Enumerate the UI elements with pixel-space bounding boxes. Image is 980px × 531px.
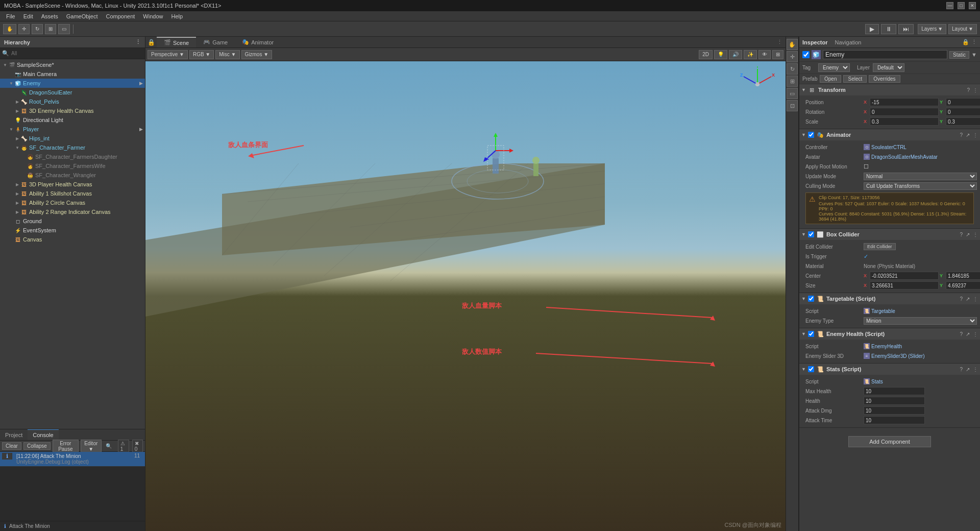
prefab-select-btn[interactable]: Select [843, 75, 867, 83]
gizmo-move-btn[interactable]: ✛ [787, 51, 798, 62]
menu-edit[interactable]: Edit [19, 11, 37, 21]
minimize-btn[interactable]: — [946, 2, 953, 9]
attack-dmg-input[interactable] [864, 406, 925, 415]
console-row-0[interactable]: ℹ [11:22:06] Attack The Minion UnityEngi… [0, 452, 145, 467]
attack-time-input[interactable] [864, 416, 925, 424]
inspector-menu-btn[interactable]: ⋮ [971, 39, 977, 45]
gizmo-combo-btn[interactable]: ⊡ [787, 100, 798, 111]
menu-component[interactable]: Component [102, 11, 139, 21]
targetable-menu-btn[interactable]: ⋮ [973, 296, 978, 302]
hierarchy-item-sffarmer[interactable]: ▼ 👨 SF_Character_Farmer [0, 143, 145, 152]
stats-enable-check[interactable] [808, 366, 814, 372]
size-y-input[interactable] [946, 281, 980, 289]
enemyhealth-help-btn[interactable]: ? [960, 331, 963, 337]
tag-select[interactable]: Enemy [818, 63, 850, 72]
scene-perspective-btn[interactable]: Perspective ▼ [148, 50, 188, 59]
rot-y-input[interactable] [946, 108, 980, 116]
prefab-overrides-btn[interactable]: Overrides [869, 75, 900, 83]
hierarchy-item-eventsystem[interactable]: ▶ ⚡ EventSystem [0, 226, 145, 235]
layers-dropdown[interactable]: Layers ▼ [918, 24, 946, 34]
layout-dropdown[interactable]: Layout ▼ [948, 24, 977, 34]
hierarchy-item-sffarmersdaughter[interactable]: ▶ 👧 SF_Character_FarmersDaughter [0, 152, 145, 161]
enemy-type-select[interactable]: Minion Boss Elite [864, 317, 977, 325]
hierarchy-item-ground[interactable]: ▶ ◻ Ground [0, 216, 145, 226]
pos-y-input[interactable] [946, 98, 980, 106]
tab-scene[interactable]: 🎬 Scene [157, 37, 196, 47]
max-health-input[interactable] [864, 387, 925, 395]
scene-light-btn[interactable]: 💡 [714, 50, 727, 59]
step-btn[interactable]: ⏭ [898, 24, 914, 34]
animator-ext-btn[interactable]: ↗ [966, 132, 970, 138]
edit-collider-btn[interactable]: Edit Collider [864, 243, 896, 250]
gizmo-scale-btn[interactable]: ⊞ [787, 76, 798, 87]
menu-gameobject[interactable]: GameObject [62, 11, 102, 21]
hierarchy-item-player[interactable]: ▼ 🧍 Player ▶ [0, 125, 145, 134]
hierarchy-search-input[interactable] [9, 51, 143, 56]
hierarchy-item-sfwrangler[interactable]: ▶ 🤠 SF_Character_Wrangler [0, 171, 145, 180]
transform-menu-btn[interactable]: ⋮ [973, 87, 978, 93]
scene-audio-btn[interactable]: 🔊 [729, 50, 742, 59]
boxcollider-enable-check[interactable] [808, 231, 814, 237]
targetable-ext-btn[interactable]: ↗ [966, 296, 970, 302]
toolbar-rect-btn[interactable]: ▭ [58, 24, 70, 34]
tab-game[interactable]: 🎮 Game [196, 37, 235, 47]
controller-link[interactable]: SouleaterCTRL [871, 144, 977, 150]
scene-lock-btn[interactable]: 🔒 [145, 37, 157, 48]
collapse-btn[interactable]: Collapse [23, 442, 51, 450]
transform-help-btn[interactable]: ? [967, 87, 970, 93]
animator-enable-check[interactable] [808, 132, 814, 138]
menu-file[interactable]: File [2, 11, 19, 21]
scene-menu-btn[interactable]: ⋮ [777, 39, 786, 45]
static-btn[interactable]: Static [949, 51, 969, 59]
enemyhealth-ext-btn[interactable]: ↗ [966, 331, 970, 337]
menu-window[interactable]: Window [139, 11, 167, 21]
hierarchy-item-ability1[interactable]: ▶ 🖼 Ability 1 Skillshot Canvas [0, 189, 145, 198]
close-btn[interactable]: ✕ [969, 2, 976, 9]
add-component-btn[interactable]: Add Component [848, 436, 931, 447]
obj-name-input[interactable] [823, 50, 947, 59]
editor-btn[interactable]: Editor ▼ [81, 440, 102, 453]
scene-2d-btn[interactable]: 2D [699, 50, 713, 59]
component-boxcollider-header[interactable]: ▼ ⬜ Box Collider ? ↗ ⋮ [799, 229, 980, 240]
stats-script-link[interactable]: Stats [871, 379, 977, 384]
hierarchy-item-rootpelvis[interactable]: ▶ 🦴 Root_Pelvis [0, 97, 145, 106]
scene-view[interactable]: Y X Z 敌人血条界面 [145, 61, 786, 531]
tab-console[interactable]: Console [28, 429, 58, 440]
menu-assets[interactable]: Assets [37, 11, 62, 21]
scene-fx-btn[interactable]: ✨ [744, 50, 757, 59]
update-mode-select[interactable]: Normal [864, 173, 977, 180]
slider3d-link[interactable]: EnemySlider3D (Slider) [871, 353, 977, 359]
static-dropdown-btn[interactable]: ▼ [971, 52, 977, 58]
animator-help-btn[interactable]: ? [960, 132, 963, 138]
eh-script-link[interactable]: EnemyHealth [871, 344, 977, 349]
boxcollider-ext-btn[interactable]: ↗ [966, 232, 970, 237]
stats-menu-btn[interactable]: ⋮ [973, 367, 978, 372]
apply-root-checkbox[interactable]: ☐ [864, 163, 869, 170]
play-btn[interactable]: ▶ [865, 24, 879, 34]
pos-x-input[interactable] [870, 98, 939, 106]
size-x-input[interactable] [870, 281, 939, 289]
stats-ext-btn[interactable]: ↗ [966, 367, 970, 372]
scene-hidden-btn[interactable]: 👁 [758, 50, 771, 59]
scale-y-input[interactable] [946, 117, 980, 126]
toolbar-move-btn[interactable]: ✛ [18, 24, 30, 34]
hierarchy-item-dragonsouleater[interactable]: ▶ 🦎 DragonSoulEater [0, 88, 145, 97]
avatar-link[interactable]: DragonSoulEaterMeshAvatar [871, 154, 977, 160]
is-trigger-checkbox[interactable]: ✓ [864, 253, 868, 260]
boxcollider-menu-btn[interactable]: ⋮ [973, 232, 978, 237]
scene-grid-btn[interactable]: ⊞ [772, 50, 783, 59]
hierarchy-item-sffarmerswife[interactable]: ▶ 👩 SF_Character_FarmersWife [0, 161, 145, 171]
gizmo-rect-btn[interactable]: ▭ [787, 88, 798, 99]
targetable-script-link[interactable]: Targetable [871, 308, 977, 314]
component-enemyhealth-header[interactable]: ▼ 📜 Enemy Health (Script) ? ↗ ⋮ [799, 328, 980, 340]
stats-help-btn[interactable]: ? [960, 367, 963, 372]
center-y-input[interactable] [946, 272, 980, 280]
gizmo-rotate-btn[interactable]: ↻ [787, 63, 798, 75]
health-input[interactable] [864, 397, 925, 405]
animator-menu-btn[interactable]: ⋮ [973, 132, 978, 138]
tab-project[interactable]: Project [0, 429, 28, 440]
maximize-btn[interactable]: □ [958, 2, 965, 9]
hierarchy-item-canvas[interactable]: ▶ 🖼 Canvas [0, 235, 145, 244]
rot-x-input[interactable] [870, 108, 939, 116]
enemyhealth-enable-check[interactable] [808, 331, 814, 337]
